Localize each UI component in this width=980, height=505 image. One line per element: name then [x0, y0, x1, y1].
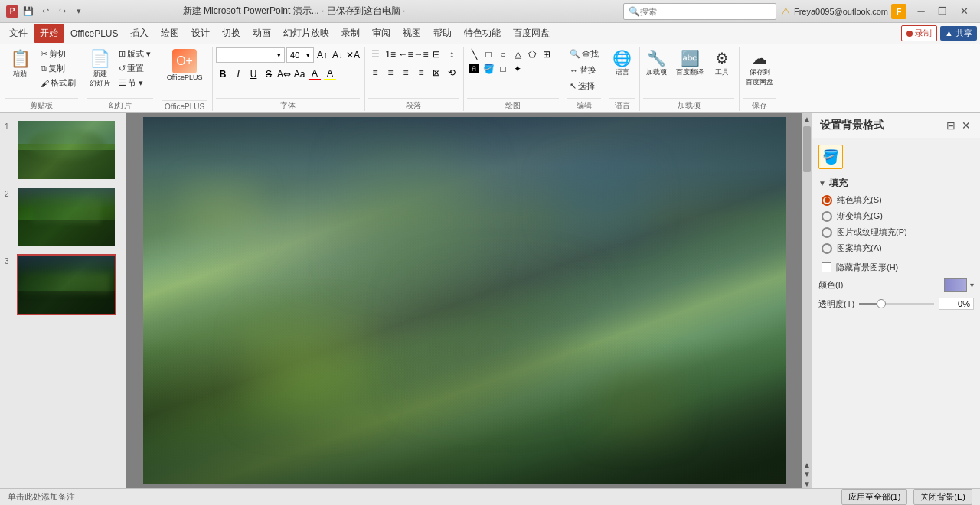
slide-img-1[interactable] [17, 119, 116, 181]
scroll-down-btn[interactable]: ▼ [803, 480, 811, 488]
char-spacing-btn[interactable]: A⇔ [277, 67, 291, 81]
italic-btn[interactable]: I [231, 67, 245, 81]
slide-thumb-2[interactable]: 2 [5, 187, 121, 248]
panel-close-btn[interactable]: ✕ [960, 118, 972, 133]
menu-features[interactable]: 特色功能 [458, 24, 507, 43]
fill-option-solid[interactable]: 纯色填充(S) [822, 194, 974, 206]
cut-btn[interactable]: ✂ 剪切 [38, 47, 78, 60]
minimize-btn[interactable]: ─ [911, 4, 931, 19]
menu-design[interactable]: 设计 [185, 24, 216, 43]
highlight-btn[interactable]: A [323, 67, 337, 81]
reset-btn[interactable]: ↺ 重置 [116, 62, 153, 75]
color-dropdown-arrow[interactable]: ▾ [970, 281, 974, 289]
shape-effects-btn[interactable]: ✦ [511, 62, 524, 76]
menu-officeplus[interactable]: OfficePLUS [64, 25, 124, 42]
smart-art-btn[interactable]: ⊠ [430, 66, 443, 80]
font-decrease-btn[interactable]: A↓ [331, 48, 345, 62]
columns-btn[interactable]: ⊟ [430, 47, 443, 61]
slide-thumb-3[interactable]: 3 [5, 254, 121, 315]
case-btn[interactable]: Aa [292, 67, 306, 81]
restore-btn[interactable]: ❐ [933, 4, 952, 19]
panel-collapse-btn[interactable]: ⊟ [945, 118, 957, 133]
record-btn[interactable]: 录制 [901, 25, 937, 41]
fill-icon-btn[interactable]: 🪣 [818, 145, 843, 169]
clear-format-btn[interactable]: ✕A [346, 48, 360, 62]
shape-3[interactable]: ○ [496, 47, 510, 61]
fill-solid-radio[interactable] [822, 195, 832, 206]
officeplus-btn[interactable]: O+ OfficePLUS [162, 47, 207, 83]
justify-btn[interactable]: ≡ [414, 66, 428, 80]
menu-help[interactable]: 帮助 [427, 24, 458, 43]
transparency-slider-thumb[interactable] [877, 299, 886, 308]
paste-btn[interactable]: 📋 粘贴 [5, 47, 35, 80]
font-increase-btn[interactable]: A↑ [315, 48, 329, 62]
scroll-up-btn[interactable]: ▲ [803, 115, 811, 123]
tools-btn[interactable]: ⚙ 工具 [710, 47, 734, 79]
align-right-btn[interactable]: ≡ [399, 66, 413, 80]
menu-insert[interactable]: 插入 [124, 24, 155, 43]
save-quick-btn[interactable]: 💾 [21, 5, 35, 18]
slide-img-2[interactable] [17, 187, 116, 248]
baidu-translate-btn[interactable]: 🔤 百度翻译 [673, 47, 707, 79]
addins-btn[interactable]: 🔧 加载项 [643, 47, 670, 79]
text-direction-btn[interactable]: ⟲ [445, 66, 459, 80]
scroll-thumb[interactable] [803, 126, 811, 172]
fill-section-header[interactable]: ▼ 填充 [818, 177, 974, 190]
shape-4[interactable]: △ [511, 47, 524, 61]
search-input[interactable] [640, 7, 755, 16]
menu-file[interactable]: 文件 [3, 24, 34, 43]
menu-transitions[interactable]: 切换 [216, 24, 247, 43]
align-center-btn[interactable]: ≡ [384, 66, 397, 80]
bullets-btn[interactable]: ☰ [368, 47, 382, 61]
slide-img-3[interactable] [17, 254, 116, 315]
close-bg-btn[interactable]: 关闭背景(E) [913, 489, 972, 505]
baidu-save-btn[interactable]: ☁ 保存到 百度网盘 [743, 47, 776, 89]
share-btn[interactable]: ▲ 共享 [940, 26, 977, 41]
menu-home[interactable]: 开始 [34, 24, 64, 43]
quick-styles-btn[interactable]: 🅰 [467, 62, 481, 76]
layout-btn[interactable]: ⊞ 版式 ▾ [116, 47, 153, 60]
menu-baidu[interactable]: 百度网盘 [507, 24, 556, 43]
increase-indent-btn[interactable]: →≡ [414, 47, 428, 61]
nav-up-btn[interactable]: ▲ [803, 461, 811, 469]
menu-record[interactable]: 录制 [335, 24, 366, 43]
apply-all-btn[interactable]: 应用至全部(1) [841, 489, 907, 505]
arrange-btn[interactable]: ⊞ [540, 47, 554, 61]
fill-pattern-radio[interactable] [822, 243, 832, 254]
select-btn[interactable]: ↖ 选择 [567, 80, 597, 93]
shape-2[interactable]: □ [482, 47, 495, 61]
undo-quick-btn[interactable]: ↩ [38, 5, 52, 18]
underline-btn[interactable]: U [247, 67, 260, 81]
color-swatch[interactable] [944, 278, 967, 292]
fill-option-pattern[interactable]: 图案填充(A) [822, 243, 974, 254]
shape-fill-btn[interactable]: 🪣 [482, 62, 495, 76]
transparency-slider-track[interactable] [859, 303, 934, 305]
copy-btn[interactable]: ⧉ 复制 [38, 62, 78, 75]
menu-review[interactable]: 审阅 [366, 24, 397, 43]
slide-thumb-1[interactable]: 1 [5, 119, 121, 181]
strikethrough-btn[interactable]: S [262, 67, 276, 81]
font-color-btn[interactable]: A [308, 67, 322, 81]
shape-1[interactable]: ╲ [467, 47, 481, 61]
decrease-indent-btn[interactable]: ←≡ [399, 47, 413, 61]
language-btn[interactable]: 🌐 语言 [609, 47, 635, 79]
shape-outline-btn[interactable]: □ [496, 62, 510, 76]
close-btn[interactable]: ✕ [954, 4, 974, 19]
numbering-btn[interactable]: 1≡ [384, 47, 397, 61]
hide-bg-checkbox-item[interactable]: 隐藏背景图形(H) [822, 262, 974, 273]
more-quick-btn[interactable]: ▾ [72, 5, 86, 18]
search-bar[interactable]: 🔍 [623, 3, 776, 20]
nav-down-btn[interactable]: ▼ [803, 470, 811, 478]
fill-option-picture[interactable]: 图片或纹理填充(P) [822, 226, 974, 238]
canvas-wrapper[interactable] [126, 113, 802, 488]
menu-animations[interactable]: 动画 [247, 24, 277, 43]
font-size-selector[interactable]: 40 ▾ [286, 47, 314, 63]
shape-5[interactable]: ⬠ [525, 47, 539, 61]
section-btn[interactable]: ☰ 节 ▾ [116, 77, 153, 90]
replace-btn[interactable]: ↔ 替换 [567, 64, 599, 77]
menu-view[interactable]: 视图 [397, 24, 427, 43]
menu-slideshow[interactable]: 幻灯片放映 [277, 24, 335, 43]
format-painter-btn[interactable]: 🖌 格式刷 [38, 77, 78, 90]
transparency-value-input[interactable] [939, 298, 974, 310]
font-name-selector[interactable]: ▾ [216, 47, 285, 63]
